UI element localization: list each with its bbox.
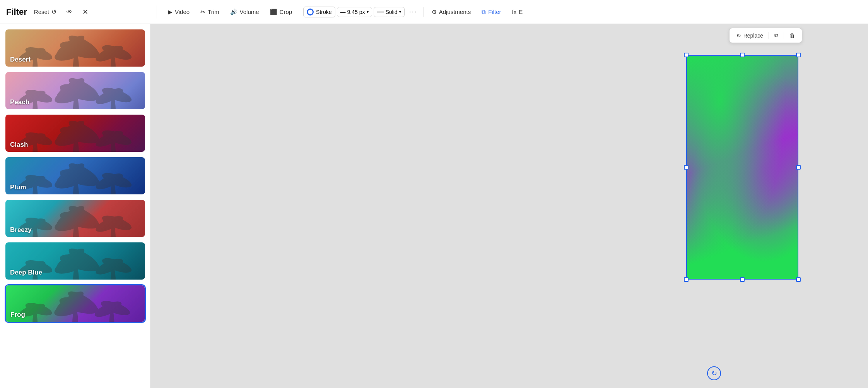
copy-button[interactable]: ⧉ [771,31,781,40]
adjustments-icon: ⚙ [432,9,437,15]
sync-icon-bottom[interactable]: ↻ [707,366,721,380]
handle-top-left[interactable] [684,53,689,57]
chevron-down-icon-2: ▾ [399,10,401,14]
reset-button[interactable]: Reset ↺ [31,6,60,18]
trim-button[interactable]: ✂ Trim [196,6,224,18]
handle-top-right[interactable] [796,53,801,57]
video-icon: ▶ [168,9,173,15]
reset-icon: ↺ [51,8,56,15]
filter-item-peach[interactable]: Peach [5,71,146,110]
filter-item-breezy[interactable]: Breezy [5,199,146,238]
handle-bottom-left[interactable] [684,277,689,282]
trim-icon: ✂ [200,9,205,15]
chevron-down-icon: ▾ [367,10,369,14]
stroke-style-control[interactable]: Solid ▾ [374,7,405,17]
filter-peach-label: Peach [10,98,29,106]
panel-title: Filter [6,7,27,17]
copy-icon: ⧉ [774,32,778,39]
filter-frog-label: Frog [10,311,25,319]
filter-panel-header: Filter Reset ↺ 👁 ✕ [6,5,157,19]
fx-button[interactable]: fx E [507,6,528,17]
selected-image-container[interactable] [686,55,798,280]
filter-item-frog[interactable]: Frog [5,284,146,323]
more-options-button[interactable]: ··· [406,6,420,17]
main-toolbar: ▶ Video ✂ Trim 🔊 Volume ⬛ Crop Stroke — … [157,6,862,18]
crop-icon: ⬛ [270,9,277,15]
close-icon: ✕ [82,8,88,16]
filter-item-deepblue[interactable]: Deep Blue [5,242,146,280]
replace-icon: ↻ [736,33,741,39]
selected-image [686,55,798,280]
toolbar-divider-2 [424,7,424,17]
filter-deepblue-label: Deep Blue [10,269,42,276]
delete-button[interactable]: 🗑 [786,31,798,40]
stroke-size-control[interactable]: — 9.45 px ▾ [337,7,372,17]
filter-breezy-label: Breezy [10,226,32,234]
replace-toolbar-divider-2 [784,32,784,39]
image-replace-toolbar: ↻ Replace ⧉ 🗑 [729,28,802,43]
palm-overlay-plum [5,157,145,194]
filter-sidebar: Desert Peach Clash Plum Breezy [0,24,151,388]
eye-icon: 👁 [67,9,72,15]
filter-button[interactable]: ⧉ Filter [477,6,506,18]
toolbar-divider-1 [300,7,300,17]
refresh-icon: ↻ [711,369,717,378]
volume-button[interactable]: 🔊 Volume [226,6,264,18]
palm-overlay-frog [6,285,145,322]
handle-middle-left[interactable] [684,165,689,170]
filter-item-plum[interactable]: Plum [5,156,146,195]
stroke-control[interactable]: Stroke [303,7,335,17]
crop-button[interactable]: ⬛ Crop [265,6,297,18]
filter-item-desert[interactable]: Desert [5,29,146,67]
preview-button[interactable]: 👁 [63,6,75,17]
fx-icon: fx [512,9,517,15]
handle-bottom-right[interactable] [796,277,801,282]
adjustments-button[interactable]: ⚙ Adjustments [427,6,476,18]
filter-icon: ⧉ [482,9,486,15]
handle-middle-right[interactable] [796,165,801,170]
handle-top-center[interactable] [740,53,745,57]
replace-toolbar-divider-1 [769,32,769,39]
filter-clash-label: Clash [10,141,28,149]
filter-item-clash[interactable]: Clash [5,114,146,153]
line-style-icon [377,12,384,12]
image-frog-filter [687,56,798,279]
close-button[interactable]: ✕ [79,5,91,19]
stroke-line-icon: — [340,9,346,15]
replace-button[interactable]: ↻ Replace [733,31,766,40]
volume-icon: 🔊 [230,9,238,15]
main-layout: Desert Peach Clash Plum Breezy [0,24,868,388]
reset-label: Reset [34,9,49,15]
canvas-area: ↻ Replace ⧉ 🗑 [151,24,868,388]
filter-plum-label: Plum [10,184,26,191]
trash-icon: 🗑 [789,33,795,39]
handle-bottom-center[interactable] [740,277,745,282]
top-toolbar: Filter Reset ↺ 👁 ✕ ▶ Video ✂ Trim 🔊 Volu… [0,0,868,24]
filter-desert-label: Desert [10,56,31,64]
stroke-circle-icon [307,9,314,15]
video-button[interactable]: ▶ Video [163,6,194,18]
